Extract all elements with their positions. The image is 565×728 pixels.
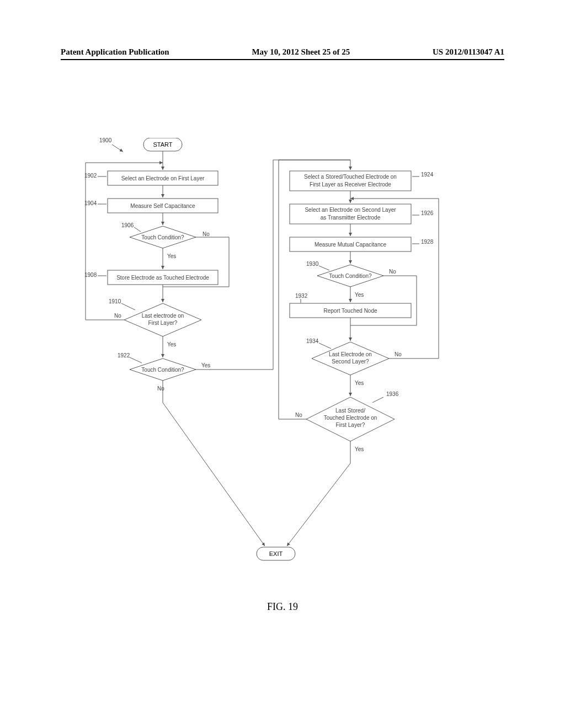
lbl-1934-yes: Yes [355, 380, 364, 386]
box-1926-l2: as Transmitter Electrode [321, 215, 381, 221]
figure-caption: FIG. 19 [0, 601, 565, 613]
ref-1926: 1926 [421, 210, 434, 216]
start-label: START [153, 141, 172, 148]
header-center: May 10, 2012 Sheet 25 of 25 [252, 47, 350, 57]
header-left: Patent Application Publication [61, 47, 169, 57]
dec-1936-l1: Last Stored/ [335, 408, 365, 414]
ref-1902: 1902 [84, 173, 97, 179]
ref-1934: 1934 [306, 338, 319, 344]
lbl-1936-no: No [295, 412, 302, 418]
dec-1936-l3: First Layer? [336, 422, 365, 428]
lbl-1922-no: No [157, 386, 164, 392]
ref-1908: 1908 [84, 272, 97, 278]
lbl-1910-no: No [114, 313, 121, 319]
lbl-1936-yes: Yes [355, 446, 364, 452]
header-right: US 2012/0113047 A1 [433, 47, 504, 57]
box-1908-text: Store Electrode as Touched Electrode [116, 275, 209, 281]
box-1926-l1: Select an Electrode on Second Layer [305, 207, 396, 213]
flowchart-figure: START 1900 Select an Electrode on First … [74, 138, 488, 579]
dec-1936-l2: Touched Electrode on [324, 415, 377, 421]
lbl-1934-no: No [395, 351, 402, 357]
flowchart-svg: START 1900 Select an Electrode on First … [74, 138, 488, 579]
lbl-1922-yes: Yes [201, 362, 210, 368]
lbl-1930-yes: Yes [355, 292, 364, 298]
ref-1934-leader [319, 343, 331, 349]
page-header: Patent Application Publication May 10, 2… [61, 47, 504, 60]
ref-1900: 1900 [99, 138, 112, 143]
ref-1904: 1904 [84, 200, 97, 206]
dec-1922-text: Touch Condition? [141, 367, 184, 373]
lbl-1910-yes: Yes [167, 341, 176, 347]
box-1924-l1: Select a Stored/Touched Electrode on [304, 174, 397, 180]
lbl-1930-no: No [389, 269, 396, 275]
dec-1934-l1: Last Electrode on [329, 351, 372, 357]
dec-1910-l1: Last electrode on [142, 313, 184, 319]
ref-1906: 1906 [121, 222, 134, 228]
ref-1910: 1910 [109, 298, 121, 304]
edge-1936-exit [287, 441, 350, 546]
box-1902-text: Select an Electrode on First Layer [121, 175, 205, 181]
box-1932-text: Report Touched Node [323, 308, 377, 314]
ref-1910-leader [121, 303, 135, 310]
ref-1936-leader [372, 397, 383, 403]
box-1904-text: Measure Self Capacitance [130, 203, 195, 209]
box-1924-l2: First Layer as Receiver Electrode [310, 181, 391, 188]
dec-1910-l2: First Layer? [148, 320, 178, 326]
ref-1930: 1930 [306, 261, 319, 267]
ref-1936: 1936 [386, 391, 399, 397]
lbl-1906-no: No [202, 231, 210, 237]
dec-1934-l2: Second Layer? [332, 358, 369, 365]
ref-1906-leader [134, 227, 141, 232]
ref-1922-leader [130, 357, 142, 363]
ref-1930-leader [319, 266, 329, 270]
edge-1922-yes [196, 160, 350, 370]
ref-1900-leader [112, 144, 123, 152]
ref-1922: 1922 [118, 352, 130, 358]
edge-1936-no [279, 160, 350, 419]
box-1928-text: Measure Mutual Capacitance [315, 242, 387, 248]
lbl-1906-yes: Yes [167, 253, 176, 259]
edge-1922-no-exit [163, 381, 265, 546]
dec-1906-text: Touch Condition? [141, 234, 184, 240]
ref-1932: 1932 [295, 293, 308, 299]
exit-label: EXIT [269, 550, 283, 557]
dec-1930-text: Touch Condition? [329, 273, 372, 279]
ref-1928: 1928 [421, 239, 434, 245]
ref-1924: 1924 [421, 172, 434, 178]
